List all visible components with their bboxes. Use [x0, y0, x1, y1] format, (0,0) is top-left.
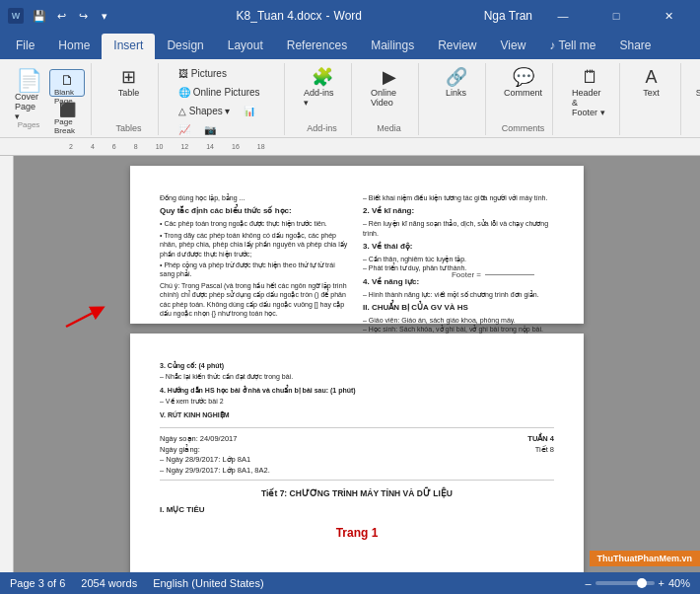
- minimize-button[interactable]: —: [540, 0, 586, 32]
- pages-group-label: Pages: [18, 120, 40, 129]
- filename-label: K8_Tuan 4.docx: [237, 9, 322, 23]
- text-label: Text: [643, 88, 660, 98]
- ribbon-group-media: ▶ Online Video Media: [360, 63, 419, 135]
- header-footer-content: 🗒 Header &Footer ▾: [567, 65, 613, 131]
- vertical-ruler: [0, 156, 14, 572]
- tab-view[interactable]: View: [489, 34, 538, 59]
- page-break-button[interactable]: ⬛ Page Break: [49, 99, 85, 126]
- left-rules-heading: Quy tắc định các biểu thức số học:: [160, 206, 351, 217]
- close-button[interactable]: ✕: [647, 0, 692, 32]
- comment-button[interactable]: 💬 Comment: [499, 65, 547, 101]
- ribbon-group-symbols: Ω Symbols: [683, 63, 700, 135]
- ribbon-group-tables: ⊞ Table Tables: [100, 63, 159, 135]
- table-label: Table: [118, 88, 140, 98]
- red-arrow-indicator: [61, 302, 110, 334]
- document-scroll[interactable]: Đồng dùng học lập, bảng ... Quy tắc định…: [14, 156, 700, 572]
- table-button[interactable]: ⊞ Table: [111, 65, 147, 101]
- addins-group-label: Add-ins: [307, 123, 337, 133]
- text-button[interactable]: A Text: [634, 65, 669, 101]
- ribbon-group-links: 🔗 Links: [427, 63, 486, 135]
- ribbon: 📄 CoverPage ▾ Pages 🗋 Blank Page ⬛ Page …: [0, 59, 700, 138]
- comment-icon: 💬: [513, 68, 534, 86]
- tab-design[interactable]: Design: [155, 34, 215, 59]
- tab-share[interactable]: Share: [607, 34, 663, 59]
- title-bar-left: W 💾 ↩ ↪ ▾: [8, 6, 114, 26]
- online-video-button[interactable]: ▶ Online Video: [366, 65, 412, 111]
- undo-button[interactable]: ↩: [51, 6, 71, 26]
- media-group-label: Media: [377, 123, 401, 133]
- document-page-1: Đồng dùng học lập, bảng ... Quy tắc định…: [130, 166, 584, 324]
- online-pictures-button[interactable]: 🌐 Online Pictures: [173, 84, 266, 101]
- tab-layout[interactable]: Layout: [216, 34, 275, 59]
- quick-access-toolbar: 💾 ↩ ↪ ▾: [30, 6, 114, 26]
- addins-icon: 🧩: [312, 68, 333, 86]
- left-col-intro: Đồng dùng học lập, bảng ...: [160, 193, 351, 202]
- zoom-in-button[interactable]: +: [659, 577, 665, 589]
- status-left: Page 3 of 6 2054 words English (United S…: [10, 577, 264, 589]
- footer-annotation-area: Footer =: [452, 269, 534, 280]
- horizontal-ruler: 24681012141618: [0, 138, 700, 156]
- media-content: ▶ Online Video: [366, 65, 412, 121]
- page2-dates-right: TUẦN 4 Tiết 8: [527, 434, 554, 476]
- symbols-content: Ω Symbols: [691, 65, 700, 131]
- chart-button[interactable]: 📈: [173, 121, 196, 138]
- illustrations-content: 🖼 Pictures 🌐 Online Pictures △ Shapes ▾ …: [173, 65, 278, 138]
- symbols-button[interactable]: Ω Symbols: [691, 65, 700, 101]
- header-footer-button[interactable]: 🗒 Header &Footer ▾: [567, 65, 613, 120]
- zoom-track[interactable]: [595, 581, 655, 585]
- tab-insert[interactable]: Insert: [102, 34, 155, 59]
- tables-content: ⊞ Table: [111, 65, 147, 121]
- shapes-button[interactable]: △ Shapes ▾: [173, 103, 236, 119]
- ribbon-group-header-footer: 🗒 Header &Footer ▾: [561, 63, 620, 135]
- links-icon: 🔗: [446, 68, 467, 86]
- blank-page-button[interactable]: 🗋 Blank Page: [49, 69, 85, 97]
- page2-dates-left: Ngày soạn: 24/09/2017 Ngày giảng: – Ngày…: [160, 434, 270, 476]
- smartart-button[interactable]: 📊: [238, 103, 261, 119]
- divider-line: [160, 427, 554, 428]
- online-video-label: Online Video: [371, 88, 407, 108]
- svg-line-1: [66, 310, 99, 327]
- tab-mailings[interactable]: Mailings: [359, 34, 426, 59]
- addins-content: 🧩 Add-ins ▾: [299, 65, 345, 121]
- comments-group-label: Comments: [502, 123, 545, 133]
- tab-tell-me[interactable]: ♪ Tell me: [537, 34, 607, 59]
- username-label: Nga Tran: [484, 9, 532, 23]
- header-footer-label: Header &Footer ▾: [572, 88, 608, 117]
- tab-review[interactable]: Review: [426, 34, 488, 59]
- divider-line-2: [160, 480, 554, 481]
- language-label: English (United States): [153, 577, 264, 589]
- table-icon: ⊞: [121, 68, 136, 86]
- maximize-button[interactable]: □: [594, 0, 639, 32]
- ribbon-group-comments: 💬 Comment Comments: [494, 63, 553, 135]
- text-content: A Text: [634, 65, 669, 131]
- links-label: Links: [446, 88, 466, 98]
- watermark-label: ThuThuatPhanMem.vn: [590, 551, 701, 566]
- redo-button[interactable]: ↪: [73, 6, 93, 26]
- comments-content: 💬 Comment: [499, 65, 547, 121]
- screenshot-button[interactable]: 📷: [198, 121, 222, 138]
- save-button[interactable]: 💾: [30, 6, 49, 26]
- tab-home[interactable]: Home: [46, 34, 102, 59]
- left-column: Đồng dùng học lập, bảng ... Quy tắc định…: [160, 193, 351, 353]
- title-bar: W 💾 ↩ ↪ ▾ K8_Tuan 4.docx - Word Nga Tran…: [0, 0, 700, 32]
- page2-section3: 3. Củng cố: (4 phút) – Nhắc lại kiến thứ…: [160, 361, 554, 382]
- ribbon-group-text: A Text: [622, 63, 681, 135]
- page2-section4: 4. Hướng dẫn HS học bài ở nhà và chuẩn b…: [160, 386, 554, 407]
- customize-button[interactable]: ▾: [95, 6, 114, 26]
- links-button[interactable]: 🔗 Links: [439, 65, 474, 101]
- zoom-thumb[interactable]: [637, 578, 647, 588]
- addins-button[interactable]: 🧩 Add-ins ▾: [299, 65, 345, 111]
- page-red-text: Trang 1: [160, 525, 554, 542]
- pictures-button[interactable]: 🖼 Pictures: [173, 65, 233, 82]
- document-area: Đồng dùng học lập, bảng ... Quy tắc định…: [0, 156, 700, 572]
- tab-file[interactable]: File: [4, 34, 46, 59]
- page2-section5: V. RÚT KINH NGHIỆM: [160, 410, 554, 419]
- footer-line: [485, 274, 534, 275]
- word-count: 2054 words: [81, 577, 137, 589]
- cover-page-button[interactable]: 📄 CoverPage ▾: [10, 67, 47, 118]
- blank-page-icon: 🗋: [60, 72, 74, 88]
- zoom-controls: – + 40%: [585, 577, 690, 589]
- tab-references[interactable]: References: [275, 34, 359, 59]
- zoom-out-button[interactable]: –: [585, 577, 591, 589]
- comment-label: Comment: [504, 88, 542, 98]
